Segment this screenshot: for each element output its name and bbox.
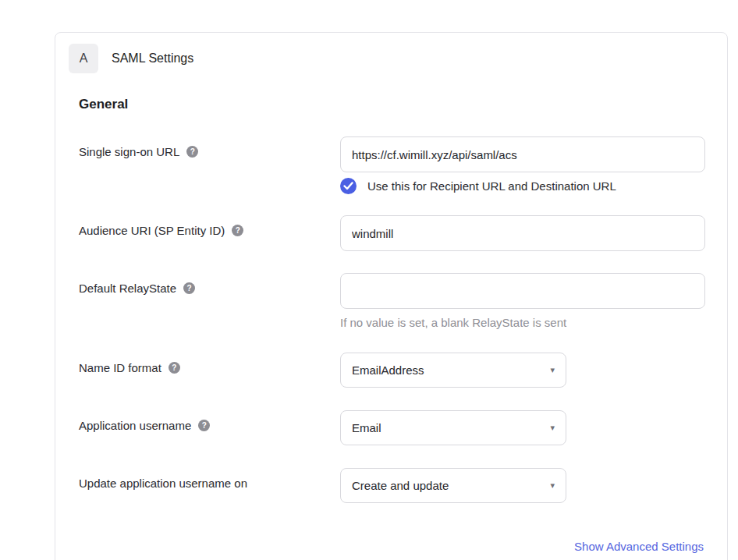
audience-uri-control — [340, 215, 705, 251]
relay-state-input[interactable] — [340, 273, 705, 309]
audience-uri-label-col: Audience URI (SP Entity ID) ? — [79, 215, 340, 237]
app-username-select[interactable]: Email ▾ — [340, 410, 566, 445]
field-row-relay-state: Default RelayState ? If no value is set,… — [79, 273, 704, 329]
general-section-heading: General — [79, 97, 727, 112]
app-username-value: Email — [352, 421, 381, 434]
update-username-on-label: Update application username on — [79, 477, 247, 490]
update-username-on-label-col: Update application username on — [79, 468, 340, 490]
relay-state-label-col: Default RelayState ? — [79, 273, 340, 295]
name-id-format-label-col: Name ID format ? — [79, 353, 340, 374]
update-username-on-select[interactable]: Create and update ▾ — [340, 468, 566, 503]
field-row-name-id-format: Name ID format ? EmailAddress ▾ — [79, 353, 704, 388]
name-id-format-control: EmailAddress ▾ — [340, 353, 704, 388]
sso-url-label: Single sign-on URL — [79, 145, 179, 158]
field-row-app-username: Application username ? Email ▾ — [79, 410, 704, 445]
relay-state-label: Default RelayState — [79, 282, 176, 295]
audience-uri-label: Audience URI (SP Entity ID) — [79, 224, 225, 237]
help-icon[interactable]: ? — [186, 146, 198, 158]
name-id-format-label: Name ID format — [79, 361, 161, 374]
chevron-down-icon: ▾ — [550, 366, 555, 374]
relay-state-control: If no value is set, a blank RelayState i… — [340, 273, 705, 329]
sso-url-input[interactable] — [340, 136, 705, 172]
app-badge: A — [69, 44, 98, 73]
show-advanced-settings-link[interactable]: Show Advanced Settings — [574, 540, 704, 553]
chevron-down-icon: ▾ — [550, 424, 555, 432]
field-row-audience-uri: Audience URI (SP Entity ID) ? — [79, 215, 704, 251]
saml-form: Single sign-on URL ? Use this for Recipi… — [79, 136, 704, 554]
sso-url-control: Use this for Recipient URL and Destinati… — [340, 136, 705, 194]
app-username-label: Application username — [79, 419, 191, 432]
app-username-control: Email ▾ — [340, 410, 704, 445]
audience-uri-input[interactable] — [340, 215, 705, 251]
name-id-format-value: EmailAddress — [352, 363, 424, 377]
help-icon[interactable]: ? — [183, 282, 195, 294]
help-icon[interactable]: ? — [169, 362, 180, 374]
update-username-on-value: Create and update — [352, 479, 449, 492]
field-row-sso-url: Single sign-on URL ? Use this for Recipi… — [79, 136, 704, 194]
name-id-format-select[interactable]: EmailAddress ▾ — [340, 353, 566, 388]
recipient-url-checkbox-label: Use this for Recipient URL and Destinati… — [367, 179, 616, 193]
saml-settings-card: A SAML Settings General Single sign-on U… — [55, 32, 728, 560]
field-row-update-username-on: Update application username on Create an… — [79, 468, 704, 503]
sso-url-label-col: Single sign-on URL ? — [79, 136, 340, 158]
recipient-url-checkbox-row: Use this for Recipient URL and Destinati… — [340, 178, 705, 194]
relay-state-hint: If no value is set, a blank RelayState i… — [340, 316, 705, 329]
update-username-on-control: Create and update ▾ — [340, 468, 704, 503]
advanced-settings-link-row: Show Advanced Settings — [79, 540, 704, 554]
help-icon[interactable]: ? — [198, 420, 210, 431]
card-header: A SAML Settings — [69, 44, 727, 73]
card-title: SAML Settings — [112, 51, 193, 66]
recipient-url-checkbox[interactable] — [340, 178, 357, 194]
help-icon[interactable]: ? — [232, 225, 243, 236]
app-username-label-col: Application username ? — [79, 410, 340, 432]
check-icon — [343, 182, 353, 190]
chevron-down-icon: ▾ — [550, 481, 555, 490]
